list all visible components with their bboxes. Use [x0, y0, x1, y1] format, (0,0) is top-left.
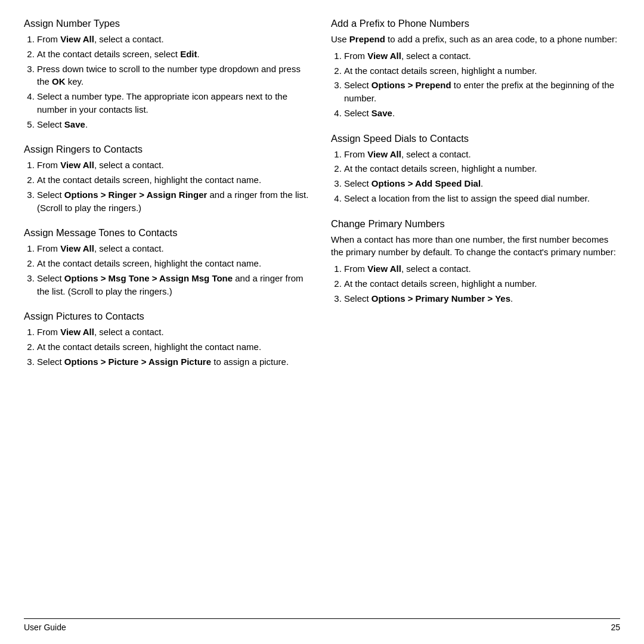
- section-assign-number-types-list: From View All, select a contact. At the …: [24, 33, 313, 131]
- list-item: From View All, select a contact.: [37, 33, 313, 46]
- bold-text: View All: [367, 51, 401, 61]
- bold-text: View All: [60, 327, 94, 337]
- section-title-assign-pictures: Assign Pictures to Contacts: [24, 311, 313, 322]
- section-assign-message-tones: Assign Message Tones to Contacts From Vi…: [24, 227, 313, 298]
- list-item: Press down twice to scroll to the number…: [37, 63, 313, 89]
- content-area: Assign Number Types From View All, selec…: [24, 18, 620, 618]
- bold-text: View All: [367, 149, 401, 159]
- list-item: At the contact details screen, highlight…: [344, 277, 620, 290]
- bold-text: View All: [60, 243, 94, 253]
- list-item: At the contact details screen, highlight…: [37, 174, 313, 187]
- list-item: Select Options > Prepend to enter the pr…: [344, 79, 620, 105]
- list-item: At the contact details screen, highlight…: [37, 257, 313, 270]
- list-item: At the contact details screen, highlight…: [344, 64, 620, 78]
- section-assign-ringers: Assign Ringers to Contacts From View All…: [24, 144, 313, 214]
- list-item: Select Options > Add Speed Dial.: [344, 177, 620, 190]
- bold-text: Options > Primary Number > Yes: [371, 293, 510, 304]
- section-change-primary-list: From View All, select a contact. At the …: [331, 262, 620, 305]
- list-item: At the contact details screen, select Ed…: [37, 48, 313, 61]
- section-title-assign-message-tones: Assign Message Tones to Contacts: [24, 227, 313, 239]
- bold-text: View All: [367, 264, 401, 274]
- bold-text: Options > Prepend: [371, 80, 451, 90]
- list-item: From View All, select a contact.: [344, 49, 620, 63]
- left-column: Assign Number Types From View All, selec…: [24, 18, 313, 618]
- bold-text: View All: [60, 160, 94, 170]
- list-item: From View All, select a contact.: [344, 262, 620, 275]
- bold-text: OK: [52, 76, 66, 86]
- list-item: From View All, select a contact.: [37, 242, 313, 255]
- page: Assign Number Types From View All, selec…: [0, 0, 644, 644]
- list-item: Select Options > Picture > Assign Pictur…: [37, 355, 313, 369]
- footer-label: User Guide: [24, 623, 66, 632]
- section-title-assign-ringers: Assign Ringers to Contacts: [24, 144, 313, 155]
- list-item: From View All, select a contact.: [344, 148, 620, 161]
- section-add-prefix-list: From View All, select a contact. At the …: [331, 49, 620, 120]
- section-assign-speed-dials-list: From View All, select a contact. At the …: [331, 148, 620, 205]
- section-assign-number-types: Assign Number Types From View All, selec…: [24, 18, 313, 131]
- list-item: At the contact details screen, highlight…: [37, 340, 313, 354]
- bold-text: Options > Msg Tone > Assign Msg Tone: [64, 273, 233, 283]
- section-add-prefix: Add a Prefix to Phone Numbers Use Prepen…: [331, 18, 620, 120]
- list-item: Select Options > Ringer > Assign Ringer …: [37, 188, 313, 215]
- bold-text: View All: [60, 34, 94, 44]
- bold-text: Save: [64, 119, 85, 129]
- add-prefix-intro: Use Prepend to add a prefix, such as an …: [331, 33, 620, 46]
- section-assign-message-tones-list: From View All, select a contact. At the …: [24, 242, 313, 298]
- bold-text: Edit: [180, 49, 197, 59]
- list-item: Select Save.: [37, 118, 313, 131]
- bold-text: Options > Add Speed Dial: [371, 178, 481, 188]
- bold-text: Options > Ringer > Assign Ringer: [64, 190, 207, 200]
- list-item: Select Options > Msg Tone > Assign Msg T…: [37, 272, 313, 298]
- right-column: Add a Prefix to Phone Numbers Use Prepen…: [331, 18, 620, 618]
- bold-text: Save: [371, 108, 392, 118]
- bold-text: Options > Picture > Assign Picture: [64, 357, 211, 367]
- list-item: Select Options > Primary Number > Yes.: [344, 292, 620, 305]
- bold-text: Prepend: [349, 34, 385, 44]
- footer: User Guide 25: [24, 618, 620, 632]
- section-title-assign-speed-dials: Assign Speed Dials to Contacts: [331, 133, 620, 144]
- section-title-change-primary-numbers: Change Primary Numbers: [331, 218, 620, 230]
- section-assign-speed-dials: Assign Speed Dials to Contacts From View…: [331, 133, 620, 205]
- list-item: Select Save.: [344, 107, 620, 120]
- footer-page: 25: [611, 623, 620, 632]
- list-item: From View All, select a contact.: [37, 159, 313, 172]
- list-item: At the contact details screen, highlight…: [344, 162, 620, 175]
- section-title-assign-number-types: Assign Number Types: [24, 18, 313, 29]
- list-item: Select a location from the list to assig…: [344, 192, 620, 205]
- section-assign-pictures: Assign Pictures to Contacts From View Al…: [24, 311, 313, 368]
- list-item: Select a number type. The appropriate ic…: [37, 90, 313, 116]
- section-change-primary-numbers: Change Primary Numbers When a contact ha…: [331, 218, 620, 305]
- section-assign-pictures-list: From View All, select a contact. At the …: [24, 326, 313, 368]
- list-item: From View All, select a contact.: [37, 326, 313, 339]
- change-primary-intro: When a contact has more than one number,…: [331, 233, 620, 259]
- section-assign-ringers-list: From View All, select a contact. At the …: [24, 159, 313, 214]
- section-title-add-prefix: Add a Prefix to Phone Numbers: [331, 18, 620, 29]
